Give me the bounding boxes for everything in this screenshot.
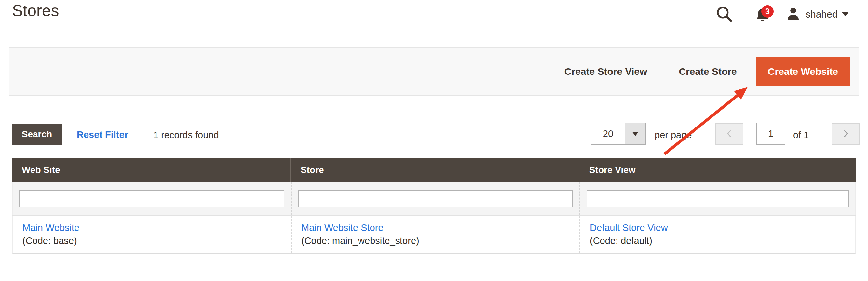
table-row: Main Website (Code: base) Main Website S… xyxy=(12,216,856,254)
previous-page-button[interactable] xyxy=(715,123,743,145)
bell-icon xyxy=(754,20,771,25)
per-page-value: 20 xyxy=(591,123,625,144)
store-filter-input[interactable] xyxy=(298,190,573,207)
store-filter-cell xyxy=(291,182,580,215)
current-page-input[interactable] xyxy=(756,123,785,145)
search-icon xyxy=(715,19,733,24)
per-page-label: per page xyxy=(655,130,692,140)
stores-admin-page: Stores 3 shahed Create Sto xyxy=(0,0,868,281)
store-view-filter-input[interactable] xyxy=(587,190,849,207)
store-cell: Main Website Store (Code: main_website_s… xyxy=(291,216,580,253)
next-page-button[interactable] xyxy=(832,123,860,145)
username-text: shahed xyxy=(806,9,837,20)
stores-grid: Web Site Store Store View Main Website (… xyxy=(12,158,856,254)
global-search-button[interactable] xyxy=(715,5,733,24)
account-menu-button[interactable]: shahed xyxy=(785,6,848,23)
website-filter-cell xyxy=(13,182,291,215)
records-found-text: 1 records found xyxy=(153,130,219,140)
per-page-select[interactable]: 20 xyxy=(591,123,646,145)
website-cell: Main Website (Code: base) xyxy=(13,216,291,253)
store-view-code-text: (Code: default) xyxy=(590,234,855,247)
store-code-text: (Code: main_website_store) xyxy=(301,234,580,247)
reset-filter-link[interactable]: Reset Filter xyxy=(77,129,128,140)
select-chevron-down-icon xyxy=(625,123,646,144)
total-pages-text: of 1 xyxy=(793,130,809,140)
user-icon xyxy=(785,6,801,23)
page-title: Stores xyxy=(12,1,59,20)
grid-header-row: Web Site Store Store View xyxy=(12,158,856,182)
create-store-view-button[interactable]: Create Store View xyxy=(564,66,647,77)
store-view-cell: Default Store View (Code: default) xyxy=(580,216,855,253)
notifications-button[interactable]: 3 xyxy=(750,6,776,25)
chevron-down-icon xyxy=(842,12,848,16)
create-website-button[interactable]: Create Website xyxy=(756,57,850,86)
search-button[interactable]: Search xyxy=(12,124,62,145)
chevron-left-icon xyxy=(724,126,735,142)
notification-badge: 3 xyxy=(761,5,774,18)
store-view-filter-cell xyxy=(580,182,855,215)
website-link[interactable]: Main Website xyxy=(23,221,80,234)
create-store-button[interactable]: Create Store xyxy=(679,66,737,77)
chevron-right-icon xyxy=(840,126,851,142)
website-filter-input[interactable] xyxy=(19,190,284,207)
store-view-link[interactable]: Default Store View xyxy=(590,221,668,234)
column-header-website[interactable]: Web Site xyxy=(12,158,290,182)
column-header-store[interactable]: Store xyxy=(290,158,579,182)
website-code-text: (Code: base) xyxy=(23,234,291,247)
grid-filter-row xyxy=(12,182,856,216)
page-actions-bar: Create Store View Create Store Create We… xyxy=(9,47,859,96)
column-header-store-view[interactable]: Store View xyxy=(579,158,856,182)
store-link[interactable]: Main Website Store xyxy=(301,221,383,234)
